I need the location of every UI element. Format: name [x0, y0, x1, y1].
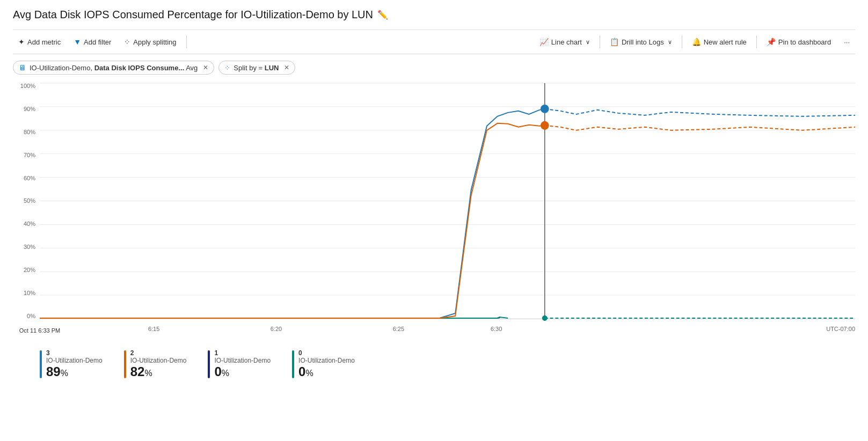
add-filter-label: Add filter	[84, 38, 111, 46]
toolbar-divider-2	[600, 35, 600, 48]
line-chart-icon: 📈	[539, 38, 549, 46]
add-metric-button[interactable]: ✦ Add metric	[13, 34, 66, 49]
y-label-60: 60%	[24, 175, 35, 181]
legend-name-1: IO-Utilization-Demo	[214, 357, 271, 364]
legend-name-0: IO-Utilization-Demo	[298, 357, 355, 364]
y-label-20: 20%	[24, 267, 35, 273]
drill-into-logs-button[interactable]: 📋 Drill into Logs ∨	[604, 34, 677, 49]
svg-point-13	[541, 121, 549, 130]
legend-name-3: IO-Utilization-Demo	[46, 357, 103, 364]
y-label-50: 50%	[24, 198, 35, 204]
add-filter-button[interactable]: ▼ Add filter	[68, 34, 116, 49]
legend-lun-3: 3	[46, 349, 103, 357]
y-label-40: 40%	[24, 221, 35, 227]
alert-icon: 🔔	[692, 38, 701, 46]
legend-lun-2: 2	[130, 349, 187, 357]
legend-item-1: 1 IO-Utilization-Demo 0%	[208, 349, 271, 380]
y-axis-labels: 100% 90% 80% 70% 60% 50% 40% 30% 20% 10%…	[13, 83, 39, 319]
y-label-80: 80%	[24, 129, 35, 135]
legend-swatch-2	[124, 350, 126, 378]
split-pill-bold: LUN	[265, 64, 279, 72]
legend-item-2: 2 IO-Utilization-Demo 82%	[124, 349, 187, 380]
metric-pill-text: IO-Utilization-Demo, Data Disk IOPS Cons…	[30, 64, 198, 72]
toolbar-divider-3	[682, 35, 682, 48]
x-label-620: 6:20	[271, 326, 282, 332]
split-pill-icon: ⁘	[224, 64, 230, 72]
y-label-70: 70%	[24, 152, 35, 158]
split-pill-prefix: Split by =	[234, 64, 264, 72]
new-alert-rule-button[interactable]: 🔔 New alert rule	[687, 34, 752, 49]
legend-lun-1: 1	[214, 349, 271, 357]
legend-value-2: 82%	[130, 364, 187, 380]
drill-logs-arrow: ∨	[668, 39, 672, 46]
legend-text-0: 0 IO-Utilization-Demo 0%	[298, 349, 355, 380]
legend-swatch-1	[208, 350, 210, 378]
x-label-630: 6:30	[491, 326, 502, 332]
svg-point-14	[542, 315, 548, 321]
chart-area: .gridline-svg { stroke: #e8e8e8; stroke-…	[40, 83, 855, 319]
more-label: ···	[844, 38, 850, 46]
line-chart-arrow: ∨	[586, 39, 590, 46]
pin-to-dashboard-button[interactable]: 📌 Pin to dashboard	[761, 34, 836, 49]
x-label-615: 6:15	[148, 326, 159, 332]
x-axis-row: 6:15 6:20 6:25 6:30 UTC-07:00	[40, 326, 855, 336]
legend-item-3: 3 IO-Utilization-Demo 89%	[40, 349, 103, 380]
legend-item-0: 0 IO-Utilization-Demo 0%	[292, 349, 355, 380]
timezone-label: UTC-07:00	[826, 326, 855, 332]
drill-logs-icon: 📋	[610, 38, 619, 46]
pin-icon: 📌	[767, 38, 776, 46]
apply-splitting-button[interactable]: ⁘ Apply splitting	[119, 34, 181, 49]
legend-container: 3 IO-Utilization-Demo 89% 2 IO-Utilizati…	[13, 345, 855, 384]
metric-pill-close[interactable]: ✕	[203, 64, 208, 71]
pin-to-dashboard-label: Pin to dashboard	[778, 38, 831, 46]
filters-row: 🖥 IO-Utilization-Demo, Data Disk IOPS Co…	[13, 61, 855, 75]
y-label-90: 90%	[24, 106, 35, 112]
legend-text-3: 3 IO-Utilization-Demo 89%	[46, 349, 103, 380]
toolbar-right: 📈 Line chart ∨ 📋 Drill into Logs ∨ 🔔 New…	[534, 34, 855, 49]
metric-pill-icon: 🖥	[19, 63, 26, 72]
page-title: Avg Data Disk IOPS Consumed Percentage f…	[13, 9, 855, 21]
chart-svg: .gridline-svg { stroke: #e8e8e8; stroke-…	[40, 83, 855, 319]
legend-value-3: 89%	[46, 364, 103, 380]
legend-name-2: IO-Utilization-Demo	[130, 357, 187, 364]
new-alert-rule-label: New alert rule	[704, 38, 747, 46]
svg-point-12	[541, 105, 549, 113]
legend-lun-0: 0	[298, 349, 355, 357]
legend-value-0: 0%	[298, 364, 355, 380]
drill-into-logs-label: Drill into Logs	[622, 38, 664, 46]
more-options-button[interactable]: ···	[838, 35, 855, 49]
metric-pill-prefix: IO-Utilization-Demo,	[30, 64, 94, 72]
line-chart-button[interactable]: 📈 Line chart ∨	[534, 34, 595, 49]
split-filter-pill[interactable]: ⁘ Split by = LUN ✕	[218, 61, 295, 75]
y-label-100: 100%	[20, 83, 35, 89]
split-pill-close[interactable]: ✕	[284, 64, 289, 71]
legend-swatch-0	[292, 350, 294, 378]
toolbar-divider-4	[756, 35, 757, 48]
toolbar: ✦ Add metric ▼ Add filter ⁘ Apply splitt…	[13, 30, 855, 54]
legend-value-1: 0%	[214, 364, 271, 380]
metric-filter-pill[interactable]: 🖥 IO-Utilization-Demo, Data Disk IOPS Co…	[13, 61, 214, 75]
add-filter-icon: ▼	[74, 38, 81, 46]
split-pill-text: Split by = LUN	[234, 64, 279, 72]
toolbar-divider-1	[186, 35, 187, 48]
chart-container: 100% 90% 80% 70% 60% 50% 40% 30% 20% 10%…	[13, 83, 855, 341]
metric-pill-suffix: Avg	[184, 64, 198, 72]
add-metric-label: Add metric	[27, 38, 61, 46]
apply-splitting-icon: ⁘	[124, 38, 130, 46]
legend-text-2: 2 IO-Utilization-Demo 82%	[130, 349, 187, 380]
y-label-0: 0%	[27, 313, 35, 319]
y-label-10: 10%	[24, 290, 35, 296]
add-metric-icon: ✦	[18, 38, 25, 46]
line-chart-label: Line chart	[551, 38, 582, 46]
x-label-625: 6:25	[393, 326, 404, 332]
y-label-30: 30%	[24, 244, 35, 250]
legend-swatch-3	[40, 350, 42, 378]
apply-splitting-label: Apply splitting	[133, 38, 176, 46]
edit-icon[interactable]: ✏️	[377, 10, 388, 20]
metric-pill-bold: Data Disk IOPS Consume...	[94, 64, 185, 72]
title-text: Avg Data Disk IOPS Consumed Percentage f…	[13, 9, 373, 21]
legend-text-1: 1 IO-Utilization-Demo 0%	[214, 349, 271, 380]
